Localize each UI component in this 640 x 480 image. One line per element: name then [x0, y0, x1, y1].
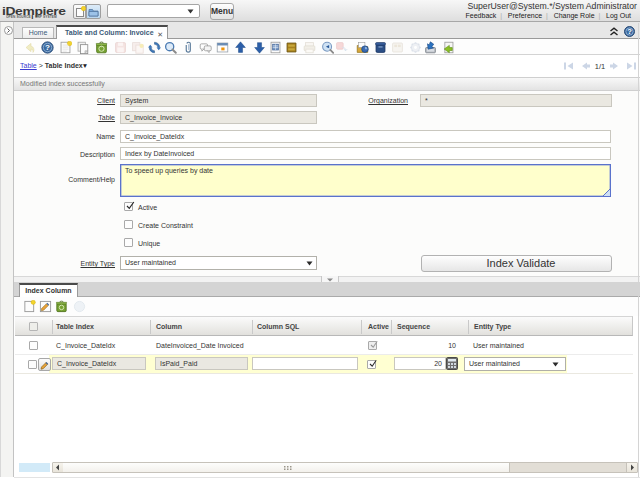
svg-text:?: ? — [627, 27, 632, 36]
svg-text:1/1: 1/1 — [595, 62, 605, 71]
svg-text:?: ? — [45, 43, 50, 52]
